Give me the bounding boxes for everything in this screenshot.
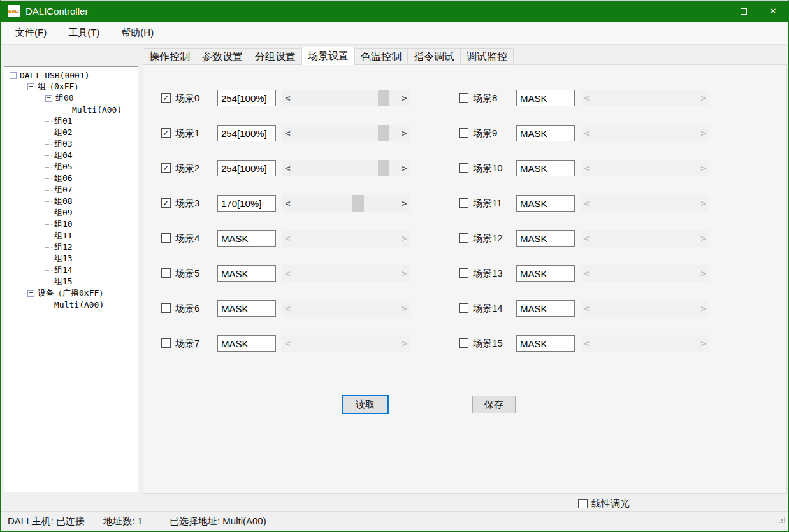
scroll-left-arrow-icon[interactable]: < [282,160,293,176]
scene-value-input[interactable] [217,335,276,352]
scene-level-scrollbar[interactable]: <> [282,125,410,141]
scene-checkbox[interactable] [161,303,171,313]
tree-item[interactable]: 组15 [4,276,138,287]
scene-value-input[interactable] [516,160,575,176]
tree-collapse-icon[interactable] [27,290,34,297]
scroll-left-arrow-icon[interactable]: < [282,90,293,106]
tree-collapse-icon[interactable] [45,95,52,102]
resize-grip[interactable] [779,522,780,523]
menu-item[interactable]: 文件(F) [7,23,55,43]
scrollbar-thumb[interactable] [352,195,364,212]
scroll-left-arrow-icon[interactable]: < [282,195,293,212]
scene-checkbox[interactable] [459,303,468,313]
scrollbar-track [293,335,399,352]
tree-item[interactable]: 组08 [4,196,138,207]
scene-checkbox[interactable] [161,338,171,348]
scene-value-input[interactable] [516,300,575,317]
scene-checkbox[interactable] [161,233,171,243]
tab-active[interactable]: 场景设置 [301,47,355,65]
tree-item[interactable]: 设备（广播0xFF） [4,287,138,299]
tree-item[interactable]: DALI USB(0001) [4,69,138,81]
scene-value-input[interactable] [217,195,276,212]
tab-1[interactable]: 参数设置 [196,48,249,65]
scene-checkbox[interactable] [161,268,171,278]
scene-level-scrollbar[interactable]: <> [282,90,410,106]
scene-value-input[interactable] [516,265,575,282]
read-button[interactable]: 读取 [342,395,389,414]
scene-checkbox[interactable] [459,128,468,138]
scene-value-input[interactable] [217,300,276,317]
scroll-left-arrow-icon: < [581,90,592,106]
scene-checkbox[interactable] [161,128,171,138]
tab-5[interactable]: 指令调试 [407,48,461,65]
save-button[interactable]: 保存 [472,396,516,413]
minimize-button[interactable] [700,1,729,22]
tree-item[interactable]: 组13 [4,253,138,264]
scene-value-input[interactable] [516,230,575,247]
scroll-right-arrow-icon[interactable]: > [399,195,410,212]
scene-value-input[interactable] [217,90,276,106]
scrollbar-track[interactable] [293,90,399,106]
linear-dimming-option[interactable]: 线性调光 [578,498,630,510]
scene-checkbox[interactable] [459,93,468,103]
menu-item[interactable]: 帮助(H) [113,23,162,43]
scrollbar-thumb[interactable] [378,160,389,176]
close-button[interactable] [758,1,788,22]
tree-item[interactable]: 组03 [4,138,138,150]
scene-value-input[interactable] [516,195,575,212]
scene-checkbox[interactable] [459,338,468,348]
tree-item[interactable]: 组06 [4,173,138,184]
scene-value-input[interactable] [516,335,575,352]
tab-4[interactable]: 色温控制 [354,48,408,65]
scrollbar-track[interactable] [293,160,399,176]
tree-item[interactable]: 组（0xFF） [4,81,138,92]
scene-level-scrollbar[interactable]: <> [282,160,410,176]
tree-item[interactable]: Multi(A00) [4,104,138,115]
scene-checkbox[interactable] [161,93,171,103]
tree-item[interactable]: 组05 [4,161,138,173]
tree-item[interactable]: Multi(A00) [4,299,138,310]
scene-value-input[interactable] [217,160,276,176]
scrollbar-track[interactable] [293,195,399,212]
scroll-right-arrow-icon[interactable]: > [399,125,410,141]
scroll-right-arrow-icon[interactable]: > [399,90,410,106]
scrollbar-track[interactable] [293,125,399,141]
scene-checkbox[interactable] [161,198,171,208]
tree-item[interactable]: 组07 [4,184,138,196]
linear-dimming-checkbox[interactable] [578,499,588,508]
scene-value-input[interactable] [516,125,575,141]
scene-level-scrollbar[interactable]: <> [282,195,410,212]
tree-item[interactable]: 组11 [4,230,138,241]
maximize-button[interactable] [729,1,758,22]
tree-collapse-icon[interactable] [27,83,34,90]
scene-checkbox[interactable] [459,233,468,243]
tab-2[interactable]: 分组设置 [249,48,302,65]
tree-item[interactable]: 组14 [4,264,138,276]
tree-collapse-icon[interactable] [10,72,17,79]
menu-item[interactable]: 工具(T) [60,23,108,43]
scroll-left-arrow-icon[interactable]: < [282,125,293,141]
scene-checkbox[interactable] [459,198,468,208]
scrollbar-track [592,195,698,212]
scrollbar-thumb[interactable] [378,125,389,141]
tree-item[interactable]: 组02 [4,127,138,138]
scrollbar-track [293,265,399,282]
scene-value-input[interactable] [217,125,276,141]
tree-item[interactable]: 组10 [4,219,138,230]
tree-item[interactable]: 组12 [4,241,138,253]
scene-checkbox[interactable] [161,163,171,173]
tree-item[interactable]: 组09 [4,207,138,219]
tab-6[interactable]: 调试监控 [460,48,514,65]
tree-item[interactable]: 组01 [4,115,138,127]
scene-checkbox[interactable] [459,163,468,173]
tree-item[interactable]: 组00 [4,92,138,104]
scene-value-input[interactable] [516,90,575,106]
tab-0[interactable]: 操作控制 [143,48,196,65]
scene-checkbox[interactable] [459,268,468,278]
tree-item[interactable]: 组04 [4,150,138,161]
scroll-right-arrow-icon[interactable]: > [399,160,410,176]
tree-item-label: 设备（广播0xFF） [38,287,107,299]
scrollbar-thumb[interactable] [378,90,389,106]
scene-value-input[interactable] [217,230,276,247]
scene-value-input[interactable] [217,265,276,282]
